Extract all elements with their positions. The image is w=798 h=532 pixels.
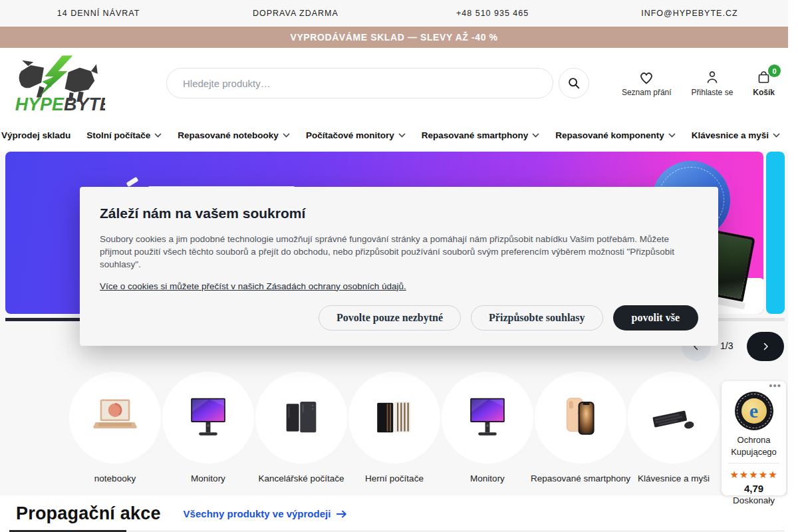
page: 14 DENNÍ NÁVRAT DOPRAVA ZDARMA +48 510 9…: [0, 0, 798, 532]
hero-headline-fragment: [126, 177, 139, 187]
divider: [728, 463, 779, 464]
cookie-policy-link[interactable]: Více o cookies si můžete přečíst v našic…: [100, 281, 406, 291]
cookie-customize-button[interactable]: Přizpůsobte souhlasy: [471, 305, 602, 331]
logo[interactable]: HYPEBYTE: [13, 55, 166, 112]
wishlist-label: Seznam přání: [622, 88, 672, 97]
search-button[interactable]: [559, 68, 589, 98]
category-label: Repasované smartphony: [531, 473, 630, 483]
topbar-phone: +48 510 935 465: [394, 9, 591, 18]
nav-item-label: Počítačové monitory: [306, 130, 394, 140]
monitor-icon: [459, 389, 516, 446]
nav-item-label: Repasované notebooky: [178, 130, 279, 140]
cookie-dialog-body: Soubory cookies a jim podobné technologi…: [100, 233, 698, 271]
trust-rating-label: Doskonały: [722, 495, 786, 505]
nav-item-klavesnice-a-mysi[interactable]: Klávesnice a myši: [692, 130, 780, 140]
category-herni-pocitace[interactable]: Herní počítače: [348, 372, 441, 483]
carousel-page-indicator: 1/3: [720, 340, 733, 351]
arrow-right-icon: [336, 509, 348, 519]
svg-text:HYPEBYTE: HYPEBYTE: [15, 94, 105, 112]
category-label: Monitory: [470, 473, 505, 483]
header-actions: Seznam přání Přihlaste se 0 Košík: [622, 69, 775, 97]
chevron-down-icon: [773, 133, 780, 138]
nav-item-label: Stolní počítače: [86, 130, 150, 140]
main-content: 1/3 Záleží nám na vašem soukromí Soubory…: [0, 152, 788, 495]
cookie-necessary-button[interactable]: Povolte pouze nezbytné: [319, 305, 461, 331]
nav-item-label: Repasované komponenty: [555, 130, 664, 140]
trust-protection-line1: Ochrona: [722, 434, 786, 446]
scrollbar-track[interactable]: [788, 0, 798, 532]
view-all-sale-link[interactable]: Všechny produkty ve výprodeji: [184, 508, 348, 519]
category-monitory-1[interactable]: Monitory: [162, 372, 255, 483]
search-icon: [567, 76, 581, 90]
category-monitory-2[interactable]: Monitory: [441, 372, 534, 483]
category-label: Monitory: [191, 473, 225, 483]
next-slide-preview[interactable]: [766, 152, 785, 314]
topbar-shipping: DOPRAVA ZDARMA: [197, 9, 394, 18]
user-icon: [704, 69, 720, 85]
smartphone-icon: [552, 389, 609, 446]
search-input[interactable]: [166, 68, 553, 98]
category-klavesnice-a-mysi[interactable]: Klávesnice a myši: [627, 372, 720, 483]
trust-rating-value: 4,79: [722, 483, 786, 494]
category-label: Herní počítače: [365, 473, 424, 483]
topbar: 14 DENNÍ NÁVRAT DOPRAVA ZDARMA +48 510 9…: [0, 0, 788, 27]
cookie-dialog-buttons: Povolte pouze nezbytné Přizpůsobte souhl…: [100, 305, 698, 331]
category-kancelarske-pocitace[interactable]: Kancelářské počítače: [255, 372, 348, 483]
topbar-email: INFO@HYPEBYTE.CZ: [591, 9, 788, 18]
laptop-icon: [86, 389, 144, 446]
cookie-consent-dialog: Záleží nám na vašem soukromí Soubory coo…: [80, 187, 718, 346]
nav-item-pocitacove-monitory[interactable]: Počítačové monitory: [306, 130, 406, 140]
star-rating-icons: ★★★★★: [722, 469, 786, 481]
category-label: Kancelářské počítače: [258, 473, 344, 483]
login-label: Přihlaste se: [692, 88, 733, 97]
desktop-tower-icon: [273, 389, 330, 446]
category-repasovane-smartphony[interactable]: Repasované smartphony: [534, 372, 627, 483]
carousel-next-button[interactable]: [747, 332, 784, 361]
cookie-accept-all-button[interactable]: povolit vše: [613, 305, 698, 331]
chevron-down-icon: [398, 133, 406, 138]
login-button[interactable]: Přihlaste se: [692, 69, 733, 97]
logo-bull-icon: HYPEBYTE: [13, 55, 105, 112]
nav-item-vyprodej-skladu[interactable]: Výprodej skladu: [1, 130, 70, 140]
cart-label: Košík: [753, 88, 775, 97]
category-notebooky[interactable]: notebooky: [68, 372, 162, 483]
cart-count-badge: 0: [768, 65, 781, 77]
heart-icon: [638, 69, 655, 85]
promo-banner[interactable]: VYPRODÁVÁME SKLAD — SLEVY AŽ -40 %: [0, 27, 788, 48]
cart-button[interactable]: 0 Košík: [753, 69, 775, 97]
nav-item-repasovane-komponenty[interactable]: Repasované komponenty: [555, 130, 676, 140]
section-title: Propagační akce: [16, 503, 161, 524]
nav-item-label: Repasované smartphony: [422, 130, 529, 140]
topbar-returns: 14 DENNÍ NÁVRAT: [0, 9, 197, 18]
nav-item-stolni-pocitace[interactable]: Stolní počítače: [86, 130, 162, 140]
category-label: notebooky: [94, 473, 136, 483]
main-nav: Výprodej skladu Stolní počítače Repasova…: [0, 118, 788, 152]
header-block: HYPEBYTE Seznam přání: [0, 48, 788, 152]
category-label: Klávesnice a myši: [638, 473, 710, 483]
chevron-down-icon: [283, 133, 290, 138]
more-options-icon[interactable]: •••: [769, 380, 781, 391]
view-all-sale-label: Všechny produkty ve výprodeji: [184, 508, 331, 519]
cookie-dialog-title: Záleží nám na vašem soukromí: [100, 205, 698, 221]
nav-item-label: Klávesnice a myši: [692, 130, 769, 140]
monitor-icon: [180, 389, 237, 446]
search-bar: [166, 68, 589, 98]
keyboard-mouse-icon: [645, 389, 702, 446]
nav-item-label: Výprodej skladu: [1, 130, 70, 140]
promo-section-header: Propagační akce Všechny produkty ve výpr…: [0, 495, 788, 532]
category-strip: notebooky Monitory: [68, 372, 720, 483]
trusted-shops-e: e: [749, 401, 758, 421]
chevron-down-icon: [668, 133, 676, 138]
trusted-shops-logo-icon: e: [735, 392, 773, 430]
trusted-shops-widget[interactable]: ••• e Ochrona Kupującego ★★★★★ 4,79 Dosk…: [722, 381, 786, 495]
gaming-pc-icon: [366, 389, 423, 446]
chevron-down-icon: [154, 133, 162, 138]
nav-item-repasovane-smartphony[interactable]: Repasované smartphony: [422, 130, 540, 140]
nav-item-repasovane-notebooky[interactable]: Repasované notebooky: [178, 130, 290, 140]
chevron-down-icon: [532, 133, 539, 138]
header: HYPEBYTE Seznam přání: [0, 48, 788, 118]
chevron-right-icon: [759, 340, 771, 352]
wishlist-button[interactable]: Seznam přání: [622, 69, 672, 97]
trust-protection-line2: Kupującego: [722, 446, 786, 458]
